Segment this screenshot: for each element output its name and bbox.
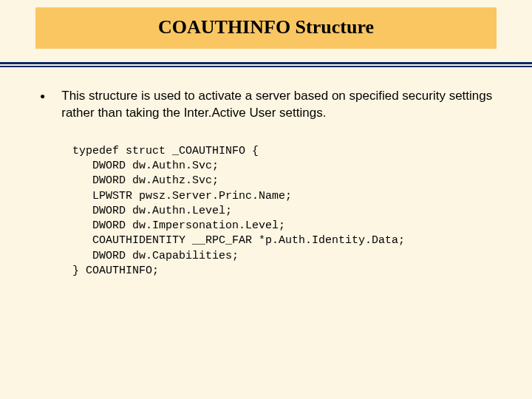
divider <box>0 62 532 67</box>
code-block: typedef struct _COAUTHINFO { DWORD dw.Au… <box>72 144 497 279</box>
slide-title: COAUTHINFO Structure <box>43 16 489 38</box>
divider-line-thick <box>0 62 532 64</box>
bullet-item: ● This structure is used to activate a s… <box>35 88 497 122</box>
bullet-icon: ● <box>35 88 45 104</box>
title-bar: COAUTHINFO Structure <box>35 7 497 49</box>
bullet-text: This structure is used to activate a ser… <box>61 88 497 122</box>
content-area: ● This structure is used to activate a s… <box>0 67 532 279</box>
